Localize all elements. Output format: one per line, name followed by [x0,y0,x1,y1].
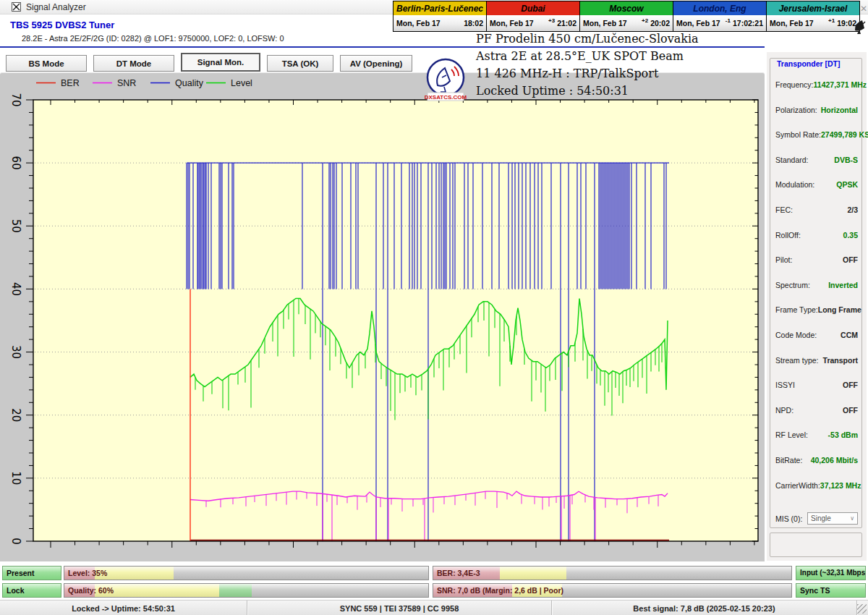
caption-line-antenna: PF Prodelin 450 cm/Lučenec-Slovakia [476,30,699,48]
clock-date: Mon, Feb 17 [676,19,726,27]
sync-ts-badge: Sync TS [796,583,866,598]
mode-button-bar: BS ModeDT ModeSignal Mon.TSA (OK)AV (Ope… [6,53,412,72]
field-value: CCM [841,331,858,339]
transponder-field-row: Standard:DVB-S [775,156,858,164]
clock-time-display: Mon, Feb 17+220:02 [580,15,673,31]
svg-text:10: 10 [9,471,22,485]
field-value: OFF [843,381,858,389]
field-value: 0.35 [843,231,858,239]
transponder-field-row: Symbol Rate:27499,789 KS/s [775,130,858,139]
field-label: RollOff: [775,231,801,239]
mode-button-av-opening[interactable]: AV (Opening) [340,55,412,72]
status-bar: Locked -> Uptime: 54:50:31SYNC 559 | TEI… [0,600,868,615]
tuner-name: TBS 5925 DVBS2 Tuner [10,20,114,30]
field-value: Transport [823,356,858,365]
field-label: RF Level: [775,430,808,439]
tuner-details: 28.2E - Astra 2E/2F/2G (ID: 0282) @ LOF1… [22,34,284,43]
mode-button-signal-mon[interactable]: Signal Mon. [181,53,260,72]
field-value: OFF [843,255,858,264]
field-value: -53 dBm [828,430,858,439]
close-icon[interactable]: ✕ [860,4,867,14]
field-value: OFF [843,406,858,415]
app-icon [12,2,21,12]
svg-text:50: 50 [9,219,22,233]
sidebar-empty-groupbox [770,533,862,557]
clock-time-display: Mon, Feb 1718:02 [393,15,486,31]
quality-gauge: Quality: 60% [64,583,429,598]
clock-time: 21:02 [557,19,576,27]
field-value: DVB-S [834,156,858,164]
clock-3: London, EngMon, Feb 17-117:02:21 [673,1,766,31]
legend-label-ber: BER [61,78,80,88]
field-label: Polarization: [775,106,817,114]
field-value: Inverted [828,281,858,289]
clock-time-display: Mon, Feb 17-117:02:21 [673,15,766,31]
svg-text:40: 40 [9,282,22,296]
clock-1: DubaiMon, Feb 17+321:02 [487,1,579,31]
signal-monitor-panel: 010203040506070BERSNRQualityLevel [0,72,765,561]
lock-badge: Lock [2,583,61,598]
clock-0: Berlin-Paris-LučenecMon, Feb 1718:02 [393,1,486,31]
level-gauge-label: Level: 35% [68,567,107,580]
svg-text:70: 70 [9,93,22,106]
field-label: Standard: [775,156,809,164]
transponder-groupbox: Transponder [DT] Frequency:11427,371 MHz… [770,58,862,528]
transponder-field-row: Modulation:QPSK [775,180,858,189]
mode-button-dt-mode[interactable]: DT Mode [93,55,174,72]
transponder-field-row: BitRate:40,206 Mbit/s [775,456,858,465]
clock-date: Mon, Feb 17 [770,19,828,27]
present-badge: Present [2,566,61,580]
clock-city-label: Dubai [487,1,579,15]
clock-2: MoscowMon, Feb 17+220:02 [580,1,673,31]
caption-overlay: PF Prodelin 450 cm/Lučenec-Slovakia Astr… [476,30,699,100]
field-label: CarrierWidth: [775,481,820,490]
clock-utc-offset: +1 [828,17,835,24]
svg-text:30: 30 [9,345,22,359]
signal-chart: 010203040506070BERSNRQualityLevel [0,73,765,561]
status-section-0: Locked -> Uptime: 54:50:31 [0,601,247,615]
transponder-title: Transponder [DT] [775,59,843,68]
transponder-field-row: Spectrum:Inverted [775,281,858,289]
clock-time: 18:02 [464,19,483,27]
mode-button-tsa-ok[interactable]: TSA (OK) [267,55,333,72]
field-label: Stream type: [775,356,819,365]
field-value: Long Frame [818,305,861,314]
transponder-field-row: ISSYIOFF [775,381,858,389]
clock-city-label: Moscow [580,1,673,15]
window-title: Signal Analyzer [26,2,86,12]
ber-gauge-label: BER: 3,4E-3 [437,567,480,580]
gauge-segment [500,567,566,580]
transponder-field-row: NPD:OFF [775,406,858,415]
transponder-field-row: Stream type:Transport [775,356,858,365]
field-value: QPSK [836,180,858,189]
dxsatcs-logo: DXSATCS.COM [425,58,467,101]
clock-date: Mon, Feb 17 [396,19,461,27]
resize-grip[interactable] [857,604,867,614]
field-label: FEC: [775,205,793,214]
world-clocks-widget: Berlin-Paris-LučenecMon, Feb 1718:02Duba… [393,1,860,32]
ber-gauge: BER: 3,4E-3 [433,566,792,580]
field-label: Frequency: [775,80,814,89]
field-label: Modulation: [775,180,814,189]
mode-button-bs-mode[interactable]: BS Mode [6,55,87,72]
clock-time: 20:02 [650,19,670,27]
field-value: 2/3 [847,205,858,214]
quality-gauge-label: Quality: 60% [68,584,114,598]
caption-line-satellite: Astra 2E at 28.5°E_UK SPOT Beam [476,48,699,65]
clock-utc-offset: -1 [726,17,731,24]
field-value: 37,123 MHz [820,481,861,490]
snr-gauge-label: SNR: 7,0 dB (Margin: 2,6 dB | Poor) [437,584,563,598]
clock-city-label: London, Eng [673,1,766,15]
transponder-field-row: Frequency:11427,371 MHz [775,80,858,89]
transponder-field-row: RollOff:0.35 [775,231,858,239]
level-gauge: Level: 35% [64,566,429,580]
clock-4: Jerusalem-IsraelMon, Feb 17+119:02 [767,1,859,31]
satellite-dish-icon [854,19,867,38]
gauge-segment [219,584,252,597]
logo-text: DXSATCS.COM [425,94,467,101]
field-label: Code Mode: [775,331,817,339]
mis-dropdown[interactable]: Single∨ [807,512,858,525]
caption-line-uptime: Locked Uptime : 54:50:31 [476,82,699,100]
field-label: MIS (0): [775,514,802,523]
mis-selected-value: Single [811,514,831,522]
